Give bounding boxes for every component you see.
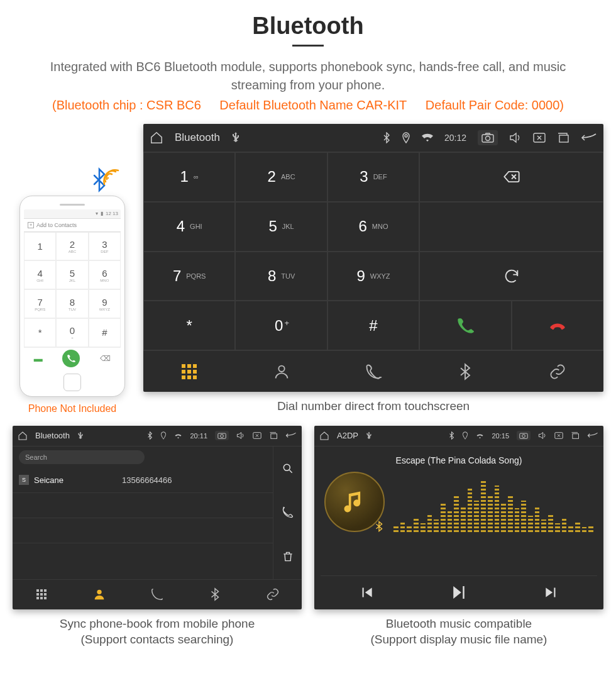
phonebook-bottom-nav [13,579,302,609]
nav-bluetooth[interactable] [419,351,511,392]
nav-bluetooth[interactable] [186,580,244,609]
prev-button[interactable] [358,584,375,601]
bluetooth-icon [449,431,454,440]
call-button[interactable] [419,301,511,350]
album-art [324,472,385,532]
person-icon [273,363,290,380]
music-note-icon [341,488,368,516]
status-time: 20:15 [492,432,509,440]
key-4[interactable]: 4GHI [143,202,235,252]
phone-key-0[interactable]: 0+ [56,318,88,347]
key-5[interactable]: 5JKL [235,202,327,252]
phone-keypad[interactable]: 12ABC3DEF4GHI5JKL6MNO7PQRS8TUV9WXYZ*0+# [24,232,121,347]
phone-key-7[interactable]: 7PQRS [24,289,56,318]
back-icon[interactable] [581,133,597,143]
volume-icon[interactable] [538,431,547,440]
phone-add-contacts[interactable]: + Add to Contacts [24,218,121,232]
phone-key-9[interactable]: 9WXYZ [89,289,121,318]
wifi-icon [174,433,182,439]
side-delete-icon[interactable] [282,535,294,579]
phone-key-1[interactable]: 1 [24,232,56,261]
recents-icon[interactable] [571,432,580,439]
key-*[interactable]: * [143,301,235,350]
camera-icon[interactable] [478,130,498,145]
phone-sms-icon[interactable]: ▬ [34,353,43,364]
nav-keypad[interactable] [13,580,70,609]
camera-icon[interactable] [215,431,229,440]
bluetooth-icon [147,431,153,440]
recents-icon[interactable] [269,432,278,439]
dialer-caption: Dial number direct from touchscreen [143,398,603,414]
search-input[interactable]: Search [19,450,145,464]
phone-key-#[interactable]: # [89,318,121,347]
phone-key-*[interactable]: * [24,318,56,347]
phone-key-8[interactable]: 8TUV [56,289,88,318]
svg-rect-15 [573,434,579,439]
music-statusbar: A2DP 20:15 [314,426,603,446]
bluetooth-icon [383,132,390,143]
recents-icon[interactable] [557,133,569,143]
nav-call-log[interactable] [128,580,186,609]
home-icon[interactable] [18,431,28,441]
close-app-icon[interactable] [554,432,563,439]
side-call-icon[interactable] [282,491,294,535]
bluetooth-icon [456,363,474,380]
key-2[interactable]: 2ABC [235,152,327,202]
svg-rect-12 [520,433,527,438]
key-6[interactable]: 6MNO [327,202,419,252]
phone-backspace-icon[interactable]: ⌫ [100,354,111,363]
volume-icon[interactable] [509,132,522,143]
side-search-icon[interactable] [282,447,294,491]
nav-call-log[interactable] [327,351,419,392]
phone-key-4[interactable]: 4GHI [24,260,56,289]
nav-contacts[interactable] [235,351,327,392]
key-1[interactable]: 1∞ [143,152,235,202]
key-3[interactable]: 3DEF [327,152,419,202]
key-0[interactable]: 0+ [235,301,327,350]
key-#[interactable]: # [327,301,419,350]
svg-point-5 [278,365,284,371]
nav-link[interactable] [512,351,603,392]
nav-link[interactable] [244,580,302,609]
close-app-icon[interactable] [253,432,261,439]
contact-row[interactable]: SSeicane13566664466 [13,468,273,493]
phone-key-3[interactable]: 3DEF [89,232,121,261]
camera-icon[interactable] [517,431,531,440]
back-icon[interactable] [285,432,297,439]
back-icon[interactable] [587,432,598,439]
close-app-icon[interactable] [533,133,546,143]
music-controls [321,575,597,609]
page-title: Bluetooth [13,13,603,40]
svg-point-11 [97,590,101,594]
nav-keypad[interactable] [143,351,235,392]
phonebook-caption: Sync phone-book from mobile phone (Suppo… [13,616,302,648]
phone-key-5[interactable]: 5JKL [56,260,88,289]
play-pause-button[interactable] [449,583,468,602]
phone-key-2[interactable]: 2ABC [56,232,88,261]
phone-mock: ▾▮12 13 + Add to Contacts 12ABC3DEF4GHI5… [19,196,125,397]
key-8[interactable]: 8TUV [235,252,327,301]
music-title: A2DP [337,431,358,440]
dialer-bottom-nav [143,350,603,392]
contact-row-empty [13,543,273,569]
phone-icon [365,363,382,380]
svg-point-0 [405,135,407,137]
home-icon[interactable] [319,431,329,441]
volume-icon[interactable] [236,431,245,440]
backspace-button[interactable] [419,152,603,202]
phone-home-button[interactable] [63,374,81,391]
hangup-button[interactable] [512,301,603,350]
key-7[interactable]: 7PQRS [143,252,235,301]
status-time: 20:11 [190,432,207,440]
home-icon[interactable] [150,131,163,145]
track-title: Escape (The Pina Colada Song) [396,455,522,465]
title-underline [292,45,324,47]
phone-call-button[interactable] [62,350,80,367]
redial-button[interactable] [419,252,603,301]
key-9[interactable]: 9WXYZ [327,252,419,301]
next-button[interactable] [543,584,559,601]
link-icon [549,363,566,380]
phone-key-6[interactable]: 6MNO [89,260,121,289]
nav-contacts[interactable] [70,580,128,609]
keypad-icon [36,589,47,599]
